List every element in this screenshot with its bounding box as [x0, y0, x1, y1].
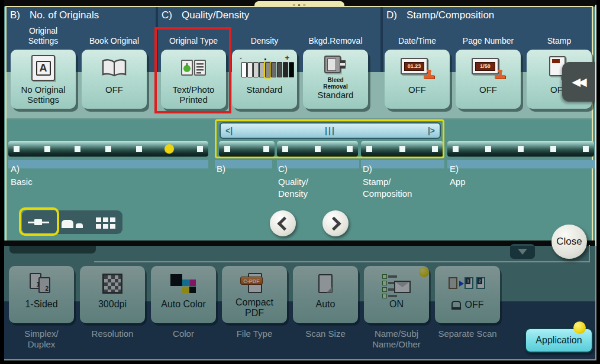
date-time-value: OFF: [408, 84, 426, 95]
date-time-icon: 01.23: [400, 57, 434, 79]
list-mail-icon: [382, 274, 411, 294]
page-icon: [318, 274, 333, 293]
original-type-button[interactable]: Text/Photo Printed: [161, 50, 226, 109]
chevron-left-icon: [277, 216, 291, 230]
bkgd-removal-button[interactable]: Bleed Removal Standard: [303, 50, 368, 109]
film-strip-basic[interactable]: [8, 141, 208, 157]
keys-view-icon: [62, 216, 83, 228]
original-settings-value: No Original Settings: [21, 84, 65, 105]
sided-pages-icon: 1 2: [28, 273, 54, 294]
label-separate-scan: Separate Scan: [435, 329, 500, 339]
film-strip-marker: [583, 146, 589, 152]
film-strip-marker: [432, 146, 438, 152]
label-stamp: Stamp: [527, 25, 592, 46]
stamp-mini-icon: [451, 301, 461, 310]
film-strip-app[interactable]: [447, 141, 594, 157]
panel-collapse-tab[interactable]: ◀◀: [562, 62, 596, 102]
section-label-app: E) App: [450, 163, 527, 188]
film-strip-marker: [263, 146, 269, 152]
cmyk-color-icon: [170, 274, 196, 293]
film-strip-marker: [485, 146, 491, 152]
group-name: Quality/Density: [182, 9, 249, 21]
separate-scan-button[interactable]: 1 2 OFF: [435, 266, 500, 323]
stamp-hand-icon: [424, 70, 434, 79]
density-button[interactable]: - + Standard: [232, 50, 297, 109]
book-icon: [101, 58, 128, 78]
separate-scan-icon: 1 2: [449, 276, 486, 291]
label-simplex-duplex: Simplex/ Duplex: [9, 329, 74, 350]
film-strip-marker: [315, 146, 321, 152]
simplex-duplex-value: 1-Sided: [25, 299, 57, 310]
bleed-removal-icon: [323, 56, 348, 74]
label-page-number: Page Number: [456, 25, 521, 46]
view-mode-slider[interactable]: [22, 210, 56, 234]
film-strip-marker: [105, 146, 111, 152]
group-name: No. of Originals: [30, 9, 99, 21]
density-icon: - +: [240, 58, 289, 78]
color-value: Auto Color: [161, 299, 206, 310]
group-prefix: B): [10, 9, 20, 21]
text-photo-icon: [180, 58, 207, 78]
page-number-icon: 1/50: [471, 57, 505, 79]
scroll-right-icon[interactable]: |>: [428, 126, 435, 135]
original-settings-button[interactable]: A No Original Settings: [11, 50, 76, 109]
film-strip-marker: [366, 146, 372, 152]
label-name-subj: Name/Subj Name/Other: [364, 329, 429, 350]
film-strip-marker: [44, 146, 50, 152]
scroll-left-icon[interactable]: <|: [225, 126, 233, 135]
drawer-collapse-button[interactable]: [510, 244, 535, 259]
view-mode-keys[interactable]: [56, 210, 89, 234]
device-screen-frame: « ● » B) No. of Originals C) Quality/Den…: [0, 0, 600, 364]
view-mode-toggle: [22, 210, 122, 234]
file-type-button[interactable]: C-PDF Compact PDF: [222, 266, 287, 323]
film-strip-marker: [282, 146, 288, 152]
stamp-hand-icon: [495, 70, 505, 79]
date-time-button[interactable]: 01.23 OFF: [385, 50, 450, 109]
section-label-basic: A) Basic: [11, 163, 88, 188]
group-name: Stamp/Composition: [407, 9, 494, 21]
double-left-arrow-icon: ◀◀: [572, 75, 584, 89]
density-value: Standard: [247, 84, 283, 95]
bleed-removal-caption: Bleed Removal: [323, 77, 348, 90]
prev-section-button[interactable]: [270, 210, 296, 236]
envelope-icon: [394, 281, 411, 293]
film-strip-originals[interactable]: [219, 141, 275, 157]
color-button[interactable]: Auto Color: [151, 266, 216, 323]
label-original-type: Original Type: [161, 25, 226, 46]
name-subj-value: ON: [389, 299, 404, 310]
label-file-type: File Type: [222, 329, 287, 339]
strip-scrollbar[interactable]: <| ||| |>: [220, 122, 441, 139]
resolution-value: 300dpi: [98, 299, 127, 310]
resolution-icon: [102, 274, 122, 294]
film-strip-marker: [550, 146, 556, 152]
close-button[interactable]: Close: [551, 225, 587, 259]
scroll-grip-icon[interactable]: |||: [325, 126, 336, 135]
label-date-time: Date/Time: [385, 25, 450, 46]
view-mode-grid[interactable]: [89, 210, 122, 234]
section-label-stamp: D) Stamp/ Composition: [363, 163, 440, 200]
page-number-button[interactable]: 1/50 OFF: [456, 50, 521, 109]
active-position-dot: [164, 144, 174, 154]
drawer-left-tab[interactable]: [9, 246, 96, 254]
file-type-value: Compact PDF: [236, 297, 273, 318]
group-prefix: D): [386, 9, 397, 21]
label-bkgd-removal: Bkgd.Removal: [303, 25, 368, 46]
label-original-settings: Original Settings: [11, 25, 76, 46]
label-density: Density: [232, 25, 297, 46]
film-strip-quality[interactable]: [277, 141, 358, 157]
label-scan-size: Scan Size: [293, 329, 358, 339]
grid-view-icon: [96, 217, 101, 222]
group-title-stamp-composition: D) Stamp/Composition: [386, 9, 494, 21]
book-original-button[interactable]: OFF: [82, 50, 147, 109]
group-divider: [380, 7, 383, 72]
book-original-value: OFF: [105, 84, 123, 95]
simplex-duplex-button[interactable]: 1 2 1-Sided: [9, 266, 74, 323]
name-subj-indicator-dot: [419, 267, 429, 277]
next-section-button[interactable]: [322, 210, 349, 236]
label-book-original: Book Original: [82, 25, 147, 46]
film-strip-marker: [197, 146, 203, 152]
film-strip-stamp[interactable]: [361, 141, 443, 157]
page-number-value: OFF: [479, 84, 497, 95]
resolution-button[interactable]: 300dpi: [80, 266, 145, 323]
scan-size-button[interactable]: Auto: [293, 266, 358, 323]
